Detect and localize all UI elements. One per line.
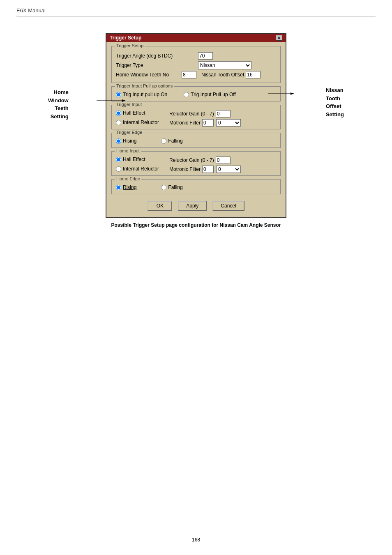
page-header: E6X Manual (0, 0, 392, 16)
main-content: Home Window Teeth Setting Nissan Tooth O… (0, 16, 392, 244)
trigger-motronic-input[interactable] (202, 119, 214, 127)
left-label-line2: Window (48, 97, 69, 105)
home-input-radios: Hall Effect Internal Reluctor (116, 157, 169, 173)
trigger-angle-row: Trigger Angle (deg BTDC) (116, 52, 276, 60)
dialog-title: Trigger Setup (110, 35, 141, 41)
trigger-input-controls: Reluctor Gain (0 - 7) Motronic Filter 0 (169, 110, 241, 127)
trig-pullup-off-radio[interactable] (184, 92, 189, 97)
caption: Possible Trigger Setup page configuratio… (111, 222, 281, 228)
nissan-tooth-offset-input[interactable] (246, 71, 261, 78)
trigger-setup-dialog: Trigger Setup × Trigger Setup Trigger An… (106, 33, 286, 218)
home-edge-falling-radio[interactable] (161, 185, 166, 190)
left-label-line4: Setting (48, 113, 69, 121)
trigger-reluctor-gain-input[interactable] (216, 110, 231, 117)
apply-button[interactable]: Apply (178, 201, 207, 211)
home-motronic-input[interactable] (202, 166, 214, 173)
trigger-angle-input[interactable] (198, 52, 213, 60)
right-label-line1: Nissan (326, 86, 344, 94)
right-label-block: Nissan Tooth Offset Setting (326, 86, 344, 118)
cancel-button[interactable]: Cancel (212, 201, 244, 211)
trigger-reluctor-label: Internal Reluctor (123, 120, 159, 125)
dialog-close-button[interactable]: × (276, 35, 282, 41)
trigger-setup-group-title: Trigger Setup (115, 43, 145, 48)
home-edge-rising-label: Rising (123, 184, 136, 190)
trigger-edge-group-title: Trigger Edge (115, 130, 143, 135)
home-motronic-row: Motronic Filter 0 (169, 166, 241, 173)
right-label-line3: Offset (326, 102, 344, 111)
trigger-hall-radio[interactable] (116, 111, 121, 116)
right-label-line4: Setting (326, 111, 344, 119)
home-hall-radio[interactable] (116, 157, 121, 162)
home-hall-label: Hall Effect (123, 157, 145, 162)
home-input-group-title: Home Input (115, 148, 141, 153)
home-edge-rising-radio[interactable] (116, 185, 121, 190)
right-label-line2: Tooth (326, 94, 344, 103)
home-edge-group: Home Edge Rising Falling (111, 179, 281, 194)
left-label-block: Home Window Teeth Setting (48, 88, 69, 120)
home-edge-falling-label: Falling (168, 184, 182, 190)
trigger-motronic-row: Motronic Filter 0 (169, 119, 241, 127)
ok-button[interactable]: OK (148, 201, 172, 211)
home-hall-row: Hall Effect (116, 157, 169, 162)
left-label-line3: Teeth (48, 104, 69, 113)
trigger-reluctor-radio[interactable] (116, 120, 121, 125)
trigger-reluctor-row: Internal Reluctor (116, 120, 169, 125)
home-window-teeth-label: Home Window Teeth No (116, 72, 182, 78)
home-reluctor-radio[interactable] (116, 166, 121, 172)
trigger-input-group: Trigger Input Hall Effect Internal Reluc… (111, 105, 281, 129)
home-reluctor-row: Internal Reluctor (116, 166, 169, 172)
header-title: E6X Manual (16, 7, 46, 14)
trigger-pullup-group-title: Trigger Input Pull up options (115, 83, 174, 88)
dialog-body: Trigger Setup Trigger Angle (deg BTDC) T… (106, 42, 286, 217)
trigger-edge-row: Rising Falling (116, 138, 276, 144)
home-reluctor-gain-input[interactable] (216, 157, 231, 164)
trigger-motronic-select[interactable]: 0 (216, 119, 241, 127)
trig-pullup-off-label: Trig Input Pull up Off (191, 92, 235, 97)
trigger-pullup-group: Trigger Input Pull up options Trig Input… (111, 86, 281, 101)
trigger-edge-group: Trigger Edge Rising Falling (111, 133, 281, 148)
home-reluctor-gain-label: Reluctor Gain (0 - 7) (169, 157, 214, 163)
home-edge-row: Rising Falling (116, 184, 276, 190)
home-window-teeth-input[interactable] (182, 71, 196, 78)
trigger-type-row: Trigger Type Nissan (116, 61, 276, 69)
trigger-input-inner: Hall Effect Internal Reluctor Reluctor G… (116, 110, 276, 127)
home-reluctor-label: Internal Reluctor (123, 166, 159, 172)
trigger-edge-rising-label: Rising (123, 138, 136, 144)
home-motronic-label: Motronic Filter (169, 166, 201, 172)
trigger-pullup-row: Trig Input pull up On Trig Input Pull up… (116, 92, 276, 97)
home-input-inner: Hall Effect Internal Reluctor Reluctor G… (116, 157, 276, 173)
trigger-input-radios: Hall Effect Internal Reluctor (116, 110, 169, 127)
trigger-type-label: Trigger Type (116, 62, 198, 68)
trigger-reluctor-gain-row: Reluctor Gain (0 - 7) (169, 110, 241, 117)
home-reluctor-gain-row: Reluctor Gain (0 - 7) (169, 157, 241, 164)
home-edge-group-title: Home Edge (115, 176, 141, 181)
trigger-edge-rising-radio[interactable] (116, 138, 121, 144)
trigger-motronic-label: Motronic Filter (169, 120, 201, 126)
trigger-input-group-title: Trigger Input (115, 102, 143, 107)
trigger-type-select[interactable]: Nissan (198, 61, 251, 69)
home-motronic-select[interactable]: 0 (216, 166, 241, 173)
trigger-edge-falling-radio[interactable] (161, 138, 166, 144)
trigger-setup-group: Trigger Setup Trigger Angle (deg BTDC) T… (111, 46, 281, 83)
trigger-edge-falling-label: Falling (168, 138, 182, 144)
trigger-hall-row: Hall Effect (116, 110, 169, 116)
home-input-group: Home Input Hall Effect Internal Reluctor (111, 151, 281, 176)
nissan-tooth-offset-label: Nissan Tooth Offset (201, 72, 244, 78)
trig-pullup-on-label: Trig Input pull up On (123, 92, 167, 97)
home-input-controls: Reluctor Gain (0 - 7) Motronic Filter 0 (169, 157, 241, 173)
dialog-titlebar: Trigger Setup × (106, 34, 286, 42)
left-label-line1: Home (48, 88, 69, 97)
trig-pullup-on-radio[interactable] (116, 92, 121, 97)
trigger-reluctor-gain-label: Reluctor Gain (0 - 7) (169, 111, 214, 117)
page-number: 168 (192, 537, 200, 543)
trigger-angle-label: Trigger Angle (deg BTDC) (116, 53, 198, 59)
home-teeth-row: Home Window Teeth No Nissan Tooth Offset (116, 71, 276, 78)
trigger-hall-label: Hall Effect (123, 110, 145, 116)
dialog-buttons: OK Apply Cancel (111, 198, 281, 213)
dialog-wrapper: Home Window Teeth Setting Nissan Tooth O… (40, 33, 352, 218)
